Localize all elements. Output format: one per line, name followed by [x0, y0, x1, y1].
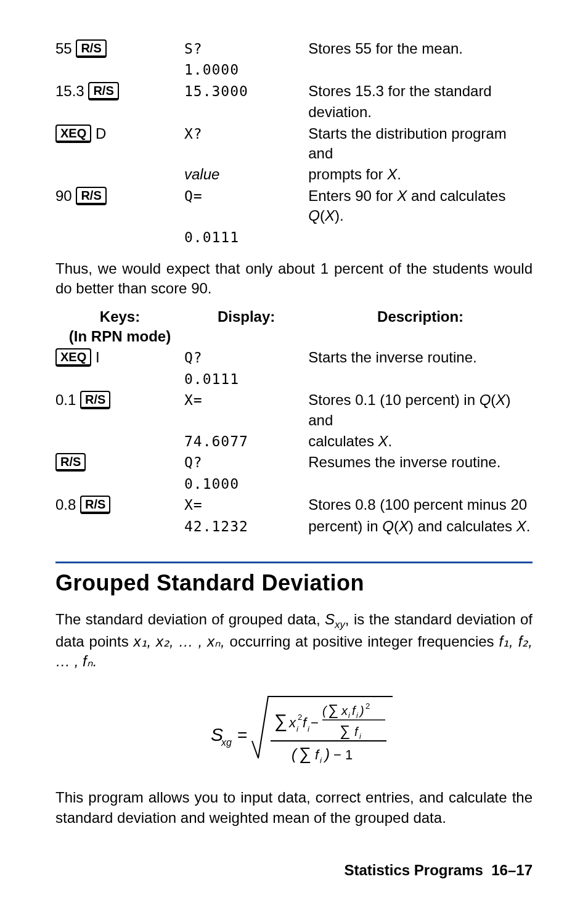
table-row: 15.3 R/S 15.3000 Stores 15.3 for the sta…	[55, 81, 533, 102]
svg-text:i: i	[320, 756, 322, 765]
paragraph: The standard deviation of grouped data, …	[55, 610, 533, 672]
key-rs: R/S	[80, 496, 110, 514]
desc-text: Stores 0.8 (100 percent minus 20	[308, 496, 527, 513]
desc-text: deviation.	[308, 104, 372, 120]
table-row: 0.8 R/S X= Stores 0.8 (100 percent minus…	[55, 494, 533, 515]
key-prefix: 15.3	[55, 83, 88, 99]
keys-cell: 55 R/S	[55, 38, 184, 59]
description-cell: Stores 55 for the mean.	[308, 38, 533, 59]
display-line: Q?	[184, 349, 203, 366]
svg-text:2: 2	[365, 701, 370, 711]
svg-text:i: i	[308, 724, 310, 733]
example-table-1: 55 R/S S? Stores 55 for the mean. 1.0000…	[55, 38, 533, 248]
svg-text:i: i	[348, 711, 350, 720]
section-heading: Grouped Standard Deviation	[55, 568, 533, 598]
svg-text:i: i	[296, 724, 299, 733]
svg-text:∑: ∑	[340, 722, 350, 740]
display-line: Q=	[184, 188, 203, 204]
table-row: deviation.	[55, 102, 533, 123]
svg-text:x: x	[288, 715, 296, 730]
svg-text:∑: ∑	[328, 701, 338, 719]
svg-text:): )	[323, 746, 330, 762]
section-divider	[55, 562, 533, 563]
key-prefix: 55	[55, 40, 76, 57]
key-prefix: 0.8	[55, 496, 80, 513]
key-rs: R/S	[88, 82, 118, 100]
table-row: value prompts for X.	[55, 164, 533, 185]
display-line: 1.0000	[184, 62, 239, 78]
keys-cell: 90 R/S	[55, 186, 184, 227]
display-line: 0.1000	[184, 476, 239, 492]
key-rs: R/S	[76, 187, 106, 205]
display-line: value	[184, 166, 219, 182]
page-footer: Statistics Programs 16–17	[344, 860, 533, 880]
desc-text: Stores 55 for the mean.	[308, 40, 463, 57]
display-line: Q?	[184, 454, 203, 470]
desc-text: Enters 90 for X and calculates Q(X).	[308, 187, 505, 224]
svg-text:2: 2	[298, 713, 302, 722]
table-row: 0.1 R/S X= Stores 0.1 (10 percent) in Q(…	[55, 390, 533, 431]
key-xeq: XEQ	[55, 125, 91, 143]
table-row: 1.0000	[55, 59, 533, 80]
desc-text: percent) in Q(X) and calculates X.	[308, 518, 530, 534]
paragraph: This program allows you to input data, c…	[55, 788, 533, 828]
footer-page: 16–17	[491, 862, 533, 878]
svg-text:(: (	[292, 746, 298, 762]
formula-sxg: S xg = ∑ x i 2 f i − ( ∑ x i f i ) 2 ∑	[55, 684, 533, 775]
svg-text:i: i	[356, 711, 358, 720]
display-line: 15.3000	[184, 83, 248, 99]
key-prefix: 90	[55, 187, 76, 204]
keys-cell: 15.3 R/S	[55, 81, 184, 102]
symbol-sxy: Sxy	[325, 611, 345, 627]
table-header: Keys:(In RPN mode) Display: Description:	[55, 306, 533, 348]
desc-text: Starts the distribution program and	[308, 125, 506, 161]
svg-text:f: f	[354, 725, 359, 738]
key-xeq: XEQ	[55, 348, 91, 367]
table-row: 0.0111	[55, 227, 533, 248]
svg-text:=: =	[237, 725, 247, 745]
display-line: X?	[184, 126, 203, 142]
formula-svg: S xg = ∑ x i 2 f i − ( ∑ x i f i ) 2 ∑	[189, 684, 399, 770]
desc-text: Resumes the inverse routine.	[308, 454, 500, 470]
page: 55 R/S S? Stores 55 for the mean. 1.0000…	[0, 0, 588, 911]
display-line: S?	[184, 41, 203, 57]
svg-text:−: −	[311, 715, 319, 730]
footer-label: Statistics Programs	[344, 862, 483, 878]
svg-text:∑: ∑	[274, 711, 287, 732]
desc-text: Starts the inverse routine.	[308, 349, 476, 366]
desc-text: prompts for X.	[308, 166, 401, 182]
table-row: 90 R/S Q= Enters 90 for X and calculates…	[55, 186, 533, 227]
table-row: 42.1232 percent) in Q(X) and calculates …	[55, 516, 533, 537]
header-keys: Keys:(In RPN mode)	[55, 306, 184, 348]
display-line: X=	[184, 497, 203, 513]
text: The standard deviation of grouped data,	[55, 611, 325, 627]
points-list: x₁, x₂, … , xₙ,	[134, 633, 225, 650]
display-line: 74.6077	[184, 433, 248, 449]
display-cell: S?	[184, 38, 308, 59]
text: occurring at positive integer frequencie…	[225, 633, 499, 650]
table-row: 55 R/S S? Stores 55 for the mean.	[55, 38, 533, 59]
header-display: Display:	[184, 306, 308, 348]
display-line: 42.1232	[184, 518, 248, 534]
svg-text:xg: xg	[221, 737, 232, 748]
key-prefix: 0.1	[55, 391, 80, 408]
key-suffix: D	[91, 125, 106, 142]
svg-text:(: (	[322, 704, 328, 717]
paragraph: Thus, we would expect that only about 1 …	[55, 259, 533, 299]
desc-text: Stores 0.1 (10 percent) in Q(X) and	[308, 391, 510, 428]
display-line: 0.0111	[184, 229, 239, 245]
key-rs: R/S	[55, 453, 86, 472]
desc-text: Stores 15.3 for the standard	[308, 83, 492, 99]
desc-text: calculates X.	[308, 433, 392, 449]
table-row: 74.6077 calculates X.	[55, 431, 533, 452]
table-row: 0.1000	[55, 473, 533, 494]
svg-text:x: x	[341, 704, 348, 717]
key-rs: R/S	[76, 39, 106, 58]
svg-text:i: i	[359, 732, 361, 741]
header-description: Description:	[308, 306, 533, 348]
table-row: R/S Q? Resumes the inverse routine.	[55, 452, 533, 473]
keys-cell: XEQ D	[55, 123, 184, 165]
svg-text:): )	[359, 704, 364, 717]
key-rs: R/S	[80, 391, 110, 409]
example-table-2: Keys:(In RPN mode) Display: Description:…	[55, 306, 533, 537]
